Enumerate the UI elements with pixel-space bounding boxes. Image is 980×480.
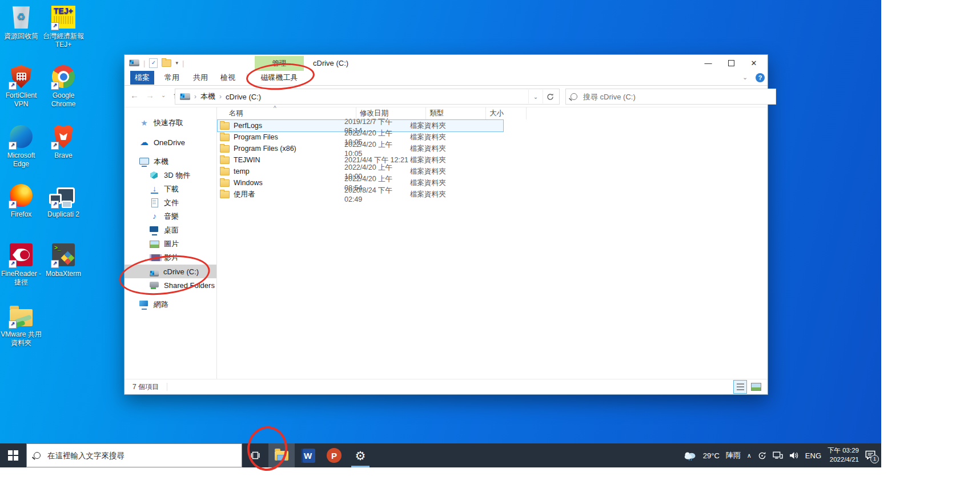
title-bar[interactable]: | ✓ ▾ | 管理 cDrive (C:) — ✕ — [124, 55, 768, 71]
desktop-icon-mobaxterm[interactable]: MobaXterm — [42, 242, 85, 278]
film-icon — [150, 253, 159, 262]
desktop-icon-duplicati[interactable]: Duplicati 2 — [42, 183, 85, 219]
minimize-button[interactable]: — — [697, 55, 720, 71]
ethernet-network-icon[interactable] — [773, 451, 783, 459]
sidebar-item-shared-folders[interactable]: Shared Folders (\\ — [124, 278, 216, 292]
explorer-search-box[interactable] — [565, 89, 776, 105]
taskbar-settings-button[interactable]: ⚙ — [347, 443, 373, 467]
desktop-icon-label: 台灣經濟新報 TEJ+ — [42, 32, 85, 49]
taskbar-word-button[interactable]: W — [295, 443, 321, 467]
explorer-search-input[interactable] — [582, 92, 771, 102]
system-tray: 29°C 陣雨 ∧ ENG 下午 03:29 2022/4/21 1 — [683, 443, 881, 467]
start-button[interactable] — [0, 443, 26, 467]
screen: 資源回收筒 TEJ+ 台灣經濟新報 TEJ+ FortiClient VPN G… — [0, 0, 980, 480]
file-row-users[interactable]: 使用者 2020/8/24 下午 02:49檔案資料夾 — [218, 189, 503, 200]
sidebar-item-desktop[interactable]: 桌面 — [124, 223, 216, 237]
folder-icon — [220, 157, 230, 164]
item-count: 7 個項目 — [124, 382, 159, 392]
thumbnail-view-button[interactable] — [749, 380, 763, 394]
desktop-icon-google-chrome[interactable]: Google Chrome — [42, 64, 85, 109]
forward-button[interactable]: → — [146, 90, 154, 100]
tab-view[interactable]: 檢視 — [215, 71, 241, 85]
tray-time: 下午 03:29 — [828, 446, 859, 455]
tab-file[interactable]: 檔案 — [130, 71, 154, 85]
list-view-icon — [737, 383, 744, 390]
taskbar-powerpoint-button[interactable]: P — [321, 443, 347, 467]
desktop-icon-label: VMware 共用資料夾 — [0, 330, 42, 347]
weather-temperature[interactable]: 29°C — [703, 451, 720, 460]
sidebar-item-network[interactable]: 網路 — [124, 298, 216, 311]
powerpoint-icon: P — [327, 448, 342, 463]
weather-description[interactable]: 陣雨 — [726, 450, 741, 461]
tray-date: 2022/4/21 — [828, 455, 859, 465]
recent-locations-dropdown-icon[interactable]: ⌄ — [161, 92, 166, 98]
sidebar-item-quick-access[interactable]: 快速存取 — [124, 116, 216, 130]
language-indicator[interactable]: ENG — [805, 451, 821, 460]
desktop-icon-finereader[interactable]: FineReader - 捷徑 — [0, 242, 42, 287]
back-button[interactable]: ← — [130, 90, 139, 100]
address-dropdown-icon[interactable]: ⌄ — [528, 90, 543, 103]
sidebar-item-onedrive[interactable]: OneDrive — [124, 135, 216, 149]
task-view-button[interactable] — [242, 443, 268, 467]
desktop-icon-label: 資源回收筒 — [0, 32, 42, 41]
tab-drive-tools[interactable]: 磁碟機工具 — [255, 71, 304, 85]
refresh-icon[interactable] — [543, 90, 557, 103]
sidebar-item-this-pc[interactable]: 本機 — [124, 155, 216, 169]
desktop-icon-vmware-shared-folder[interactable]: VMware 共用資料夾 — [0, 303, 42, 347]
new-folder-icon[interactable] — [162, 59, 171, 67]
taskbar-search-input[interactable] — [46, 451, 235, 461]
sidebar-item-downloads[interactable]: 下載 — [124, 182, 216, 196]
column-header-size[interactable]: 大小 — [486, 107, 527, 119]
address-bar[interactable]: › 本機 › cDrive (C:) ⌄ — [175, 89, 560, 105]
customize-qat-dropdown-icon[interactable]: ▾ — [175, 60, 178, 66]
speaker-icon[interactable] — [789, 451, 799, 459]
sidebar-item-3d-objects[interactable]: 3D 物件 — [124, 169, 216, 182]
expand-ribbon-icon[interactable]: ⌄ — [742, 74, 748, 81]
sync-icon[interactable] — [758, 451, 766, 460]
details-view-button[interactable] — [733, 380, 747, 394]
cloud-icon — [139, 138, 149, 147]
desktop-icon-brave[interactable]: Brave — [42, 124, 85, 160]
desktop-icon-tej-plus[interactable]: TEJ+ 台灣經濟新報 TEJ+ — [42, 5, 85, 49]
help-icon[interactable]: ? — [756, 73, 765, 82]
folder-icon — [220, 134, 230, 141]
breadcrumb-this-pc[interactable]: 本機 — [200, 91, 215, 102]
file-row-program-files-x86[interactable]: Program Files (x86) 2022/4/20 上午 10:05檔案… — [218, 143, 503, 154]
desktop-icon-forticlient-vpn[interactable]: FortiClient VPN — [0, 64, 42, 109]
desktop-icon-recycle-bin[interactable]: 資源回收筒 — [0, 5, 42, 41]
folder-icon — [220, 122, 230, 130]
open-app-indicator — [351, 466, 369, 467]
tab-home[interactable]: 常用 — [159, 71, 185, 85]
gear-icon: ⚙ — [355, 450, 366, 462]
breadcrumb-current[interactable]: cDrive (C:) — [226, 93, 261, 101]
sidebar-item-documents[interactable]: 文件 — [124, 196, 216, 210]
taskbar-file-explorer-button[interactable] — [268, 443, 295, 467]
computer-icon — [139, 157, 149, 166]
weather-icon[interactable] — [683, 451, 697, 461]
desktop-icon-firefox[interactable]: Firefox — [0, 183, 42, 219]
action-center-button[interactable]: 1 — [865, 450, 875, 461]
close-button[interactable]: ✕ — [742, 55, 765, 71]
shortcut-arrow-icon — [51, 201, 59, 209]
properties-check-icon[interactable]: ✓ — [149, 58, 158, 68]
notification-badge: 1 — [870, 455, 879, 463]
network-icon — [139, 300, 149, 309]
taskbar-search-box[interactable] — [26, 443, 242, 467]
column-header-type[interactable]: 類型 — [426, 107, 486, 119]
clock[interactable]: 下午 03:29 2022/4/21 — [828, 446, 859, 464]
sidebar-item-videos[interactable]: 影片 — [124, 251, 216, 265]
thumbnail-view-icon — [751, 383, 761, 391]
search-icon — [571, 93, 577, 100]
sidebar-item-pictures[interactable]: 圖片 — [124, 237, 216, 251]
column-header-name[interactable]: ^名稱 — [216, 107, 356, 119]
sidebar-item-cdrive[interactable]: cDrive (C:) — [124, 265, 216, 278]
maximize-button[interactable] — [720, 55, 742, 71]
shortcut-arrow-icon — [51, 142, 59, 150]
sidebar-item-music[interactable]: 音樂 — [124, 210, 216, 223]
sort-ascending-icon: ^ — [274, 105, 276, 111]
tab-share[interactable]: 共用 — [187, 71, 214, 85]
show-hidden-icons-chevron[interactable]: ∧ — [747, 452, 752, 459]
network-drive-icon — [150, 281, 159, 290]
cube-icon — [150, 171, 159, 180]
desktop-icon-microsoft-edge[interactable]: Microsoft Edge — [0, 124, 42, 169]
